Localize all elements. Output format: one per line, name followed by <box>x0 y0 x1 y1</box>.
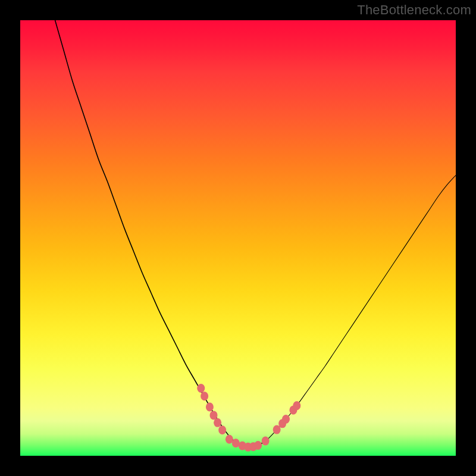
highlight-marker <box>282 415 290 424</box>
highlight-marker <box>226 435 233 444</box>
highlight-marker <box>197 384 205 393</box>
highlight-marker <box>218 425 226 434</box>
highlight-marker <box>210 411 218 419</box>
highlight-marker <box>206 403 214 412</box>
watermark-text: TheBottleneck.com <box>357 2 471 18</box>
highlight-marker <box>262 437 270 446</box>
bottleneck-curve <box>20 20 456 456</box>
highlight-marker <box>214 418 221 427</box>
marker-group <box>197 384 300 452</box>
curve-right <box>268 176 456 439</box>
highlight-marker <box>293 401 300 410</box>
highlight-marker <box>201 392 208 400</box>
plot-area <box>20 20 456 456</box>
highlight-marker <box>254 441 262 450</box>
highlight-marker <box>273 425 281 434</box>
curve-left <box>55 20 225 431</box>
